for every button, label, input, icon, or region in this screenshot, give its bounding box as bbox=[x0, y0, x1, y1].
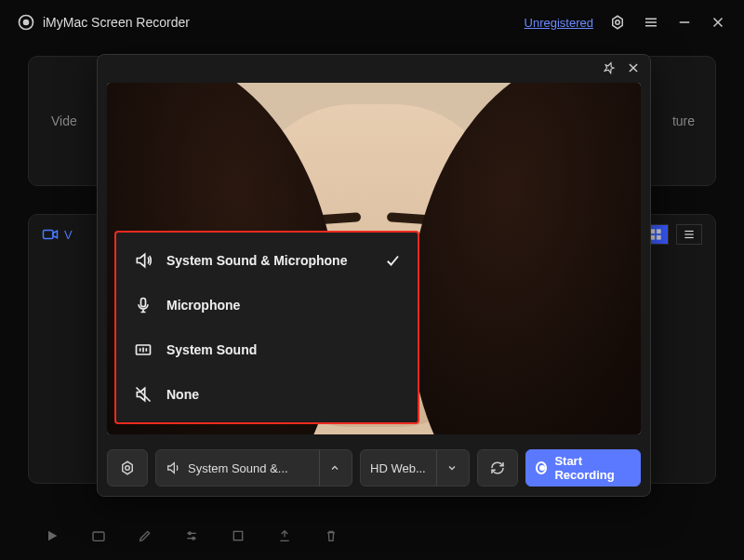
speaker-icon bbox=[166, 460, 180, 475]
title-bar-left: iMyMac Screen Recorder bbox=[17, 13, 190, 32]
overlay-settings-button[interactable] bbox=[107, 449, 148, 487]
convert-icon[interactable] bbox=[229, 527, 247, 545]
pin-icon[interactable] bbox=[602, 60, 617, 75]
record-icon bbox=[536, 461, 547, 474]
app-title: iMyMac Screen Recorder bbox=[43, 15, 190, 30]
chevron-down-icon bbox=[436, 450, 459, 486]
view-toggle bbox=[643, 224, 702, 245]
camera-source-dropdown-label: HD Web... bbox=[370, 461, 426, 475]
svg-marker-2 bbox=[613, 16, 623, 29]
microphone-icon bbox=[133, 296, 153, 314]
audio-option-microphone[interactable]: Microphone bbox=[116, 283, 418, 327]
audio-option-none[interactable]: None bbox=[116, 372, 418, 417]
delete-icon[interactable] bbox=[322, 527, 340, 545]
recordings-header-left: V bbox=[42, 228, 73, 242]
title-bar-right: Unregistered bbox=[525, 13, 727, 32]
overlay-header bbox=[98, 55, 650, 79]
system-sound-icon bbox=[133, 340, 153, 359]
settings-icon[interactable] bbox=[608, 13, 627, 32]
svg-marker-18 bbox=[48, 531, 57, 541]
audio-option-system-sound[interactable]: System Sound bbox=[116, 327, 418, 372]
start-recording-button[interactable]: Start Recording bbox=[525, 449, 641, 487]
mode-panel-video-label: Vide bbox=[51, 113, 77, 128]
audio-option-system-and-mic[interactable]: System Sound & Microphone bbox=[116, 238, 418, 283]
svg-rect-13 bbox=[651, 235, 655, 239]
svg-rect-10 bbox=[44, 231, 54, 239]
video-camera-icon bbox=[42, 228, 59, 241]
menu-icon[interactable] bbox=[642, 13, 660, 32]
edit-icon[interactable] bbox=[136, 527, 154, 545]
svg-rect-19 bbox=[93, 532, 104, 540]
recordings-header-label: V bbox=[64, 228, 73, 242]
svg-point-1 bbox=[24, 20, 29, 25]
chevron-up-icon bbox=[319, 450, 342, 486]
webcam-preview: System Sound & Microphone Microphone Sys… bbox=[107, 83, 641, 434]
svg-rect-24 bbox=[233, 531, 242, 540]
title-bar: iMyMac Screen Recorder Unregistered bbox=[0, 0, 744, 45]
folder-icon[interactable] bbox=[89, 527, 108, 545]
share-icon[interactable] bbox=[275, 527, 294, 545]
svg-rect-11 bbox=[651, 230, 655, 233]
audio-option-label: System Sound & Microphone bbox=[166, 253, 347, 268]
bottom-toolbar bbox=[43, 527, 340, 545]
unregistered-link[interactable]: Unregistered bbox=[525, 16, 593, 30]
svg-point-3 bbox=[616, 20, 620, 25]
minimize-icon[interactable] bbox=[675, 13, 694, 32]
overlay-toolbar: System Sound &... HD Web... Start Record… bbox=[98, 442, 650, 496]
svg-rect-27 bbox=[141, 299, 146, 307]
play-icon[interactable] bbox=[43, 527, 61, 545]
audio-source-dropdown[interactable]: System Sound &... bbox=[155, 449, 352, 487]
audio-option-label: System Sound bbox=[166, 342, 257, 357]
svg-point-31 bbox=[126, 466, 130, 471]
camera-source-dropdown[interactable]: HD Web... bbox=[360, 449, 470, 487]
audio-source-dropdown-label: System Sound &... bbox=[188, 461, 288, 475]
refresh-button[interactable] bbox=[477, 449, 518, 487]
overlay-close-icon[interactable] bbox=[626, 60, 641, 75]
svg-rect-12 bbox=[657, 230, 660, 233]
mute-icon bbox=[133, 385, 153, 404]
audio-option-label: Microphone bbox=[166, 298, 240, 313]
close-icon[interactable] bbox=[709, 13, 727, 32]
webcam-preview-window: System Sound & Microphone Microphone Sys… bbox=[97, 54, 651, 497]
speaker-icon bbox=[133, 251, 153, 270]
mode-panel-capture-label: ture bbox=[672, 113, 695, 128]
start-recording-label: Start Recording bbox=[554, 454, 631, 482]
check-icon bbox=[384, 252, 401, 269]
audio-option-label: None bbox=[166, 387, 199, 402]
audio-source-menu: System Sound & Microphone Microphone Sys… bbox=[114, 231, 419, 424]
list-view-toggle[interactable] bbox=[676, 224, 702, 245]
svg-marker-30 bbox=[123, 461, 133, 474]
app-logo-icon bbox=[17, 13, 35, 32]
adjust-icon[interactable] bbox=[182, 527, 201, 545]
svg-rect-14 bbox=[657, 235, 660, 239]
